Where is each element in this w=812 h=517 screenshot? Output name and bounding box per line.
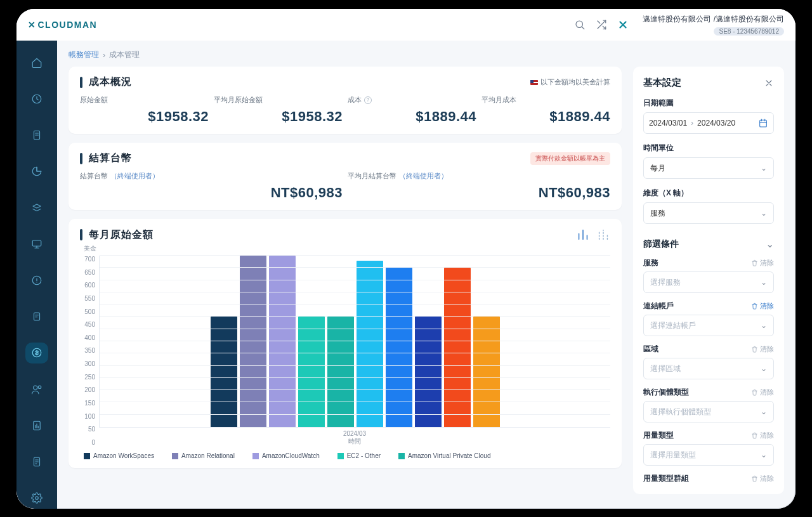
sidebar-doc[interactable] [25,452,48,473]
chart-bar[interactable] [473,317,500,427]
chevron-down-icon: ⌄ [761,278,767,287]
filter-placeholder: 選擇連結帳戶 [650,320,696,331]
filter-select[interactable]: 選擇連結帳戶⌄ [643,315,774,336]
title-accent [80,229,82,240]
metric-value: NT$60,983 [348,185,610,201]
sidebar-clipboard[interactable] [25,306,48,327]
chart-plot [99,256,610,428]
filter-name: 執行個體類型 [643,387,689,398]
us-flag-icon [530,80,538,85]
title-accent [80,153,82,164]
bill-note: 實際付款金額以帳單為主 [530,152,610,165]
account-block[interactable]: 邁達特股份有限公司 /邁達特股份有限公司 SE8 - 123456789012 [643,14,784,36]
legend-item[interactable]: Amazon Relational [172,452,235,459]
chevron-down-icon[interactable]: ⌄ [766,238,774,250]
metric: 原始金額$1958.32 [80,95,209,125]
clear-filter[interactable]: 清除 [751,474,774,483]
sidebar-home[interactable] [25,52,48,73]
legend-label: EC2 - Other [347,452,381,459]
legend-swatch [398,453,405,459]
close-icon[interactable] [764,78,774,88]
x-axis-label: 時間 [99,437,610,446]
chevron-down-icon: ⌄ [761,164,767,173]
metric-value: $1958.32 [80,108,209,125]
chevron-right-icon: › [103,51,105,60]
metric-label: 平均月原始金額 [214,95,343,105]
legend-label: Amazon WorkSpaces [93,452,154,459]
logo-mark: ✕ [28,20,37,30]
metric-label: 平均月成本 [481,95,610,105]
breadcrumb: 帳務管理 › 成本管理 [69,49,784,60]
chart-card: 每月原始金額 美金 700650600550500450400350300250… [69,219,622,468]
clear-filter[interactable]: 清除 [751,301,774,311]
metric: 結算台幣（終端使用者）NT$60,983 [80,171,343,201]
sidebar-cost[interactable] [25,343,48,363]
time-unit-label: 時間單位 [643,143,774,154]
clear-filter[interactable]: 清除 [751,388,774,397]
svg-point-7 [34,386,37,389]
legend-item[interactable]: EC2 - Other [337,452,381,459]
metric: 平均月原始金額$1958.32 [214,95,343,125]
dimension-select[interactable]: 服務 ⌄ [643,202,774,224]
help-icon[interactable]: ? [364,96,372,104]
time-unit-select[interactable]: 每月 ⌄ [643,157,774,179]
sidebar-dashboard[interactable] [25,88,48,109]
metric-value: $1958.32 [214,108,343,125]
date-to: 2024/03/20 [697,119,735,128]
svg-rect-3 [32,240,41,246]
filter-select[interactable]: 選擇執行個體類型⌄ [643,401,774,422]
filter-select[interactable]: 選擇服務⌄ [643,272,774,293]
sidebar-layers[interactable] [25,197,48,218]
filter-select[interactable]: 選擇用量類型⌄ [643,444,774,466]
search-icon[interactable] [573,18,587,32]
legend-item[interactable]: AmazonCloudWatch [252,452,320,459]
usd-note: 以下金額均以美金計算 [530,77,610,87]
legend-item[interactable]: Amazon Virtual Private Cloud [398,452,490,459]
sidebar-pie[interactable] [25,161,48,182]
filter-name: 區域 [643,344,658,355]
metric-label: 原始金額 [80,95,209,105]
chevron-right-icon: › [691,119,693,128]
legend-item[interactable]: Amazon WorkSpaces [84,452,154,459]
chevron-down-icon: ⌄ [761,321,767,330]
title-accent [80,77,82,88]
dimension-label: 維度（X 軸） [643,188,774,199]
clear-filter[interactable]: 清除 [751,344,774,354]
svg-point-11 [36,497,39,500]
legend-label: AmazonCloudWatch [262,452,320,459]
chart-bar[interactable] [415,317,442,427]
metric: 平均月成本$1889.44 [481,95,610,125]
chart-bar[interactable] [211,317,237,427]
card-title: 結算台幣 [89,152,132,165]
sidebar-file[interactable] [25,124,48,145]
brand-icon[interactable] [616,18,630,32]
filter-name: 用量類型 [643,430,674,441]
legend-swatch [337,453,344,459]
cost-overview-card: 成本概況 以下金額均以美金計算 原始金額$1958.32平均月原始金額$1958… [69,67,622,134]
metric-label: 平均月結算台幣（終端使用者） [348,171,610,181]
card-title: 每月原始金額 [89,228,154,242]
chart-bar[interactable] [298,317,325,427]
sidebar-report[interactable] [25,415,48,436]
filter-select[interactable]: 選擇區域⌄ [643,358,774,379]
clear-filter[interactable]: 清除 [751,431,774,440]
shuffle-icon[interactable] [594,18,608,32]
filter-placeholder: 選擇執行個體類型 [650,407,711,417]
chevron-down-icon: ⌄ [761,209,767,218]
metric-value: $1889.44 [481,108,610,125]
date-range-input[interactable]: 2024/03/01 › 2024/03/20 [643,112,774,134]
sidebar-alert[interactable] [25,270,48,291]
chart-bar[interactable] [327,317,354,427]
chart-type-stacked[interactable] [596,228,610,242]
chevron-down-icon: ⌄ [761,450,767,459]
breadcrumb-parent[interactable]: 帳務管理 [69,49,99,60]
chevron-down-icon: ⌄ [761,364,767,373]
account-tag: SE8 - 123456789012 [714,27,784,36]
chart-type-bar[interactable] [576,228,590,242]
sidebar-monitor[interactable] [25,233,48,254]
settings-panel: 基本設定 日期範圍 2024/03/01 › 2024/03/20 [633,67,784,494]
logo-text: CLOUDMAN [38,20,98,30]
sidebar-settings[interactable] [25,488,48,509]
sidebar-users[interactable] [25,379,48,400]
clear-filter[interactable]: 清除 [751,258,774,268]
